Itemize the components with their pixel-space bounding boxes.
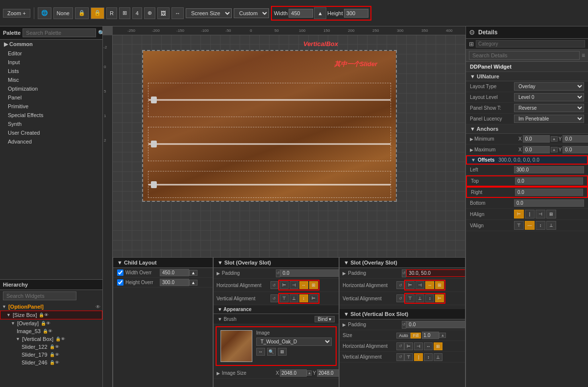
min-x-btn[interactable]: ▲ — [551, 136, 558, 142]
width-up-btn[interactable]: ▲ — [189, 270, 197, 276]
v-align2-reset-btn[interactable]: ↺ — [396, 294, 404, 302]
bottom-input[interactable] — [514, 199, 584, 207]
grid-button[interactable]: ⊞ — [119, 7, 130, 19]
v-align-center-btn[interactable]: ⊥ — [290, 294, 298, 302]
max-x-input[interactable] — [523, 146, 550, 153]
image-size-x-input[interactable] — [280, 369, 307, 377]
v-align3-btn2[interactable]: | — [414, 353, 423, 361]
r-button[interactable]: R — [106, 7, 117, 19]
layout-level-select[interactable]: Level 0 — [514, 93, 584, 101]
top-input[interactable] — [515, 177, 583, 185]
size-fill-btn[interactable]: Fill — [411, 333, 421, 339]
padding3-input[interactable] — [406, 321, 466, 328]
palette-item-misc[interactable]: Misc — [0, 75, 102, 84]
arr-button[interactable]: ↔ — [172, 7, 184, 19]
palette-item-panel[interactable]: Panel — [0, 93, 102, 102]
max-y-input[interactable] — [563, 146, 588, 153]
tree-size-box[interactable]: ▼ [Size Box] 🔒👁 — [0, 311, 102, 319]
palette-item-input[interactable]: Input — [0, 58, 102, 67]
palette-item-optimization[interactable]: Optimization — [0, 84, 102, 93]
img-button[interactable]: 🖼 — [157, 7, 170, 19]
h-align2-btn4[interactable]: ⊞ — [435, 281, 444, 289]
image-select[interactable]: T_Wood_Oak_D — [256, 338, 332, 346]
panel-lucency-select[interactable]: Im Penetrable — [514, 115, 584, 123]
h-align3-btn1[interactable]: ⊢ — [404, 342, 413, 350]
palette-item-editor[interactable]: Editor — [0, 49, 102, 58]
size-auto-btn[interactable]: Auto — [396, 333, 411, 339]
v-align2-btn3[interactable]: ↕ — [425, 294, 434, 302]
height-input[interactable] — [344, 9, 368, 18]
left-input[interactable] — [514, 166, 584, 173]
v-align-fill-btn[interactable]: ↕ — [299, 294, 308, 302]
padding-input[interactable] — [280, 269, 340, 277]
offsets-header[interactable]: ▼ Offsets 300.0, 0.0, 0.0, 0.0 — [466, 155, 588, 165]
h-align-fill-btn[interactable]: ⊞ — [309, 281, 318, 289]
zoom-button[interactable]: Zoom + — [3, 9, 30, 18]
category-input[interactable] — [476, 40, 585, 48]
h-align3-reset-btn[interactable]: ↺ — [396, 342, 404, 350]
valign-btn4[interactable]: ⊥ — [546, 221, 556, 230]
lock1-button[interactable]: 🔒 — [75, 7, 89, 19]
halign-btn4[interactable]: ⊞ — [546, 210, 556, 218]
height-override-check[interactable] — [117, 279, 123, 286]
custom-select[interactable]: Custom — [234, 8, 269, 18]
palette-item-special-effects[interactable]: Special Effects — [0, 111, 102, 120]
width-up[interactable]: ▲ — [314, 7, 326, 19]
padding2-input[interactable] — [406, 269, 466, 277]
widget-container[interactable] — [142, 50, 397, 202]
anchors-header[interactable]: ▼ Anchors — [466, 124, 588, 134]
details-search-input[interactable] — [469, 51, 580, 60]
halign-btn1[interactable]: ⊢ — [514, 210, 524, 218]
ddpanel-header[interactable]: DDPanel Widget — [466, 62, 588, 72]
none-button[interactable]: None — [53, 7, 73, 19]
v-align-bottom-btn[interactable]: ⊢ — [309, 294, 318, 302]
padding-reset-btn[interactable]: ↺ — [276, 269, 280, 277]
padding3-reset-btn[interactable]: ↺ — [402, 321, 406, 329]
slider-handle-2[interactable] — [151, 141, 157, 147]
min-y-input[interactable] — [563, 135, 588, 143]
size-up-btn[interactable]: ▲ — [439, 333, 446, 338]
valign-btn3[interactable]: ↕ — [536, 221, 545, 230]
h-align2-reset-btn[interactable]: ↺ — [396, 281, 404, 289]
uinature-header[interactable]: ▼ UINature — [466, 72, 588, 81]
v-align2-btn4[interactable]: ⊢ — [435, 294, 444, 302]
height-up-btn[interactable]: ▲ — [189, 280, 197, 286]
halign-btn3[interactable]: ⊣ — [536, 210, 545, 218]
h-align3-btn2[interactable]: ⊣ — [414, 342, 423, 350]
v-align2-btn1[interactable]: ⊤ — [406, 294, 415, 302]
v-align3-btn1[interactable]: ⊤ — [404, 353, 413, 361]
image-size-y-input[interactable] — [317, 369, 339, 377]
tree-option-panel[interactable]: ▼ [OptionPanel] 👁 — [0, 303, 102, 311]
h-align-reset-btn[interactable]: ↺ — [270, 281, 278, 289]
h-align2-btn3[interactable]: ↔ — [425, 281, 434, 289]
bind-button[interactable]: Bind ▾ — [315, 316, 335, 322]
globe-button[interactable]: 🌐 — [38, 7, 51, 19]
tree-slider122[interactable]: Slider_122 🔒👁 — [0, 343, 102, 351]
screen-size-select[interactable]: Screen Size — [186, 8, 232, 18]
tree-image53[interactable]: Image_53 🔒👁 — [0, 327, 102, 335]
layout-type-select[interactable]: Overlay — [514, 82, 584, 91]
halign-btn2[interactable]: | — [525, 210, 535, 218]
h-align3-btn4[interactable]: ⊞ — [434, 342, 442, 350]
size-value-input[interactable] — [422, 332, 439, 339]
hierarchy-search-input[interactable] — [3, 291, 76, 300]
h-align-right-btn[interactable]: ↔ — [299, 281, 308, 289]
canvas-area[interactable]: -250 -200 -150 -100 -50 0 50 100 150 200… — [103, 26, 466, 387]
h-align-left-btn[interactable]: ⊢ — [280, 281, 289, 289]
tree-slider179[interactable]: Slider_179 🔒👁 — [0, 351, 102, 359]
v-align2-btn2[interactable]: ⊥ — [416, 294, 424, 302]
h-align2-btn1[interactable]: ⊢ — [406, 281, 415, 289]
palette-item-advanced[interactable]: Advanced — [0, 137, 102, 146]
palette-item-user-created[interactable]: User Created — [0, 128, 102, 137]
h-align-center-btn[interactable]: ⊣ — [290, 281, 298, 289]
min-x-input[interactable] — [523, 135, 550, 143]
padding2-reset-btn[interactable]: ↺ — [402, 269, 406, 277]
lock2-button[interactable]: 🔒 — [91, 7, 104, 19]
palette-item-common[interactable]: ▶ Common — [0, 40, 102, 49]
max-x-btn[interactable]: ▲ — [551, 147, 558, 152]
slider-handle-3[interactable] — [151, 181, 157, 188]
height-override-input[interactable] — [160, 279, 189, 286]
tree-slider246[interactable]: Slider_246 🔒👁 — [0, 359, 102, 366]
tree-vertical-box[interactable]: ▼ [Vertical Box] 🔒👁 — [0, 335, 102, 343]
valign-btn1[interactable]: ⊤ — [514, 221, 524, 230]
